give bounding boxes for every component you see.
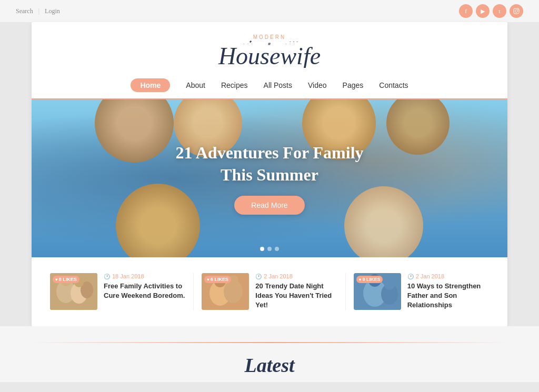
social-icons: f ▶ t: [459, 4, 523, 18]
nav-all-posts[interactable]: All Posts: [264, 81, 292, 89]
post-item-1: ♥ 8 LIKES 🕐 18 Jan 2018 Free Family Acti…: [42, 273, 194, 310]
instagram-icon[interactable]: [510, 4, 523, 18]
post-date-2: 🕐 2 Jan 2018: [255, 273, 337, 279]
site-header: modern Housewife · · · ❋ · · · Home Abou…: [32, 22, 507, 99]
search-link[interactable]: Search: [16, 7, 33, 15]
svg-point-1: [515, 10, 518, 13]
svg-point-2: [517, 9, 518, 11]
svg-text:· · ·: · · ·: [286, 42, 296, 46]
top-bar-links: Search | Login: [16, 7, 60, 15]
posts-row: ♥ 8 LIKES 🕐 18 Jan 2018 Free Family Acti…: [32, 257, 507, 326]
hero-dot-2[interactable]: [267, 247, 272, 251]
divider: |: [38, 7, 39, 15]
post-item-3: ♥ 9 LIKES 🕐 2 Jan 2018 10 Ways to Streng…: [346, 273, 497, 310]
hero-read-more-button[interactable]: Read More: [234, 196, 304, 215]
likes-badge-1: ♥ 8 LIKES: [53, 276, 79, 283]
svg-text:· · ·: · · ·: [244, 42, 254, 46]
hero-dots: [260, 247, 279, 251]
nav-video[interactable]: Video: [308, 81, 327, 89]
post-thumbnail-1[interactable]: ♥ 8 LIKES: [50, 273, 97, 310]
nav-contacts[interactable]: Contacts: [379, 81, 408, 89]
post-item-2: ♥ 6 LIKES 🕐 2 Jan 2018 20 Trendy Date Ni…: [194, 273, 345, 310]
login-link[interactable]: Login: [45, 7, 60, 15]
top-bar: Search | Login f ▶ t: [0, 0, 539, 22]
post-title-3[interactable]: 10 Ways to Strengthen Father and Son Rel…: [407, 282, 489, 310]
hero-content: 21 Adventures For Family This Summer Rea…: [175, 142, 363, 214]
nav-about[interactable]: About: [186, 81, 205, 89]
likes-badge-3: ♥ 9 LIKES: [356, 276, 383, 283]
post-meta-2: 🕐 2 Jan 2018 20 Trendy Date Night Ideas …: [255, 273, 337, 310]
post-meta-1: 🕐 18 Jan 2018 Free Family Activities to …: [104, 273, 185, 300]
svg-text:Housewife: Housewife: [218, 43, 321, 68]
youtube-icon[interactable]: ▶: [476, 4, 490, 18]
post-title-2[interactable]: 20 Trendy Date Night Ideas You Haven't T…: [255, 282, 337, 310]
hero-section: 21 Adventures For Family This Summer Rea…: [32, 99, 507, 257]
main-nav: Home About Recipes All Posts Video Pages…: [32, 72, 507, 98]
hero-dot-3[interactable]: [275, 247, 279, 251]
post-meta-3: 🕐 2 Jan 2018 10 Ways to Strengthen Fathe…: [407, 273, 489, 310]
site-logo: modern Housewife · · · ❋ · · ·: [217, 34, 322, 68]
post-thumbnail-3[interactable]: ♥ 9 LIKES: [354, 273, 401, 310]
post-date-1: 🕐 18 Jan 2018: [104, 273, 185, 279]
hero-title: 21 Adventures For Family This Summer: [175, 142, 363, 186]
nav-recipes[interactable]: Recipes: [221, 81, 248, 89]
svg-rect-0: [514, 8, 519, 14]
post-title-1[interactable]: Free Family Activities to Cure Weekend B…: [104, 282, 185, 300]
nav-pages[interactable]: Pages: [343, 81, 364, 89]
post-thumbnail-2[interactable]: ♥ 6 LIKES: [202, 273, 249, 310]
post-date-3: 🕐 2 Jan 2018: [407, 273, 489, 279]
facebook-icon[interactable]: f: [459, 4, 473, 18]
likes-badge-2: ♥ 6 LIKES: [204, 276, 231, 283]
footer-divider: [32, 342, 507, 343]
main-container: modern Housewife · · · ❋ · · · Home Abou…: [32, 22, 507, 326]
hero-dot-1[interactable]: [260, 247, 264, 251]
svg-point-22: [384, 279, 395, 290]
nav-home[interactable]: Home: [131, 78, 170, 92]
footer-section: Latest: [0, 326, 539, 382]
svg-text:❋: ❋: [267, 42, 272, 46]
logo-main: Housewife · · · ❋ · · ·: [217, 39, 322, 68]
latest-title: Latest: [0, 354, 539, 377]
twitter-icon[interactable]: t: [493, 4, 506, 18]
